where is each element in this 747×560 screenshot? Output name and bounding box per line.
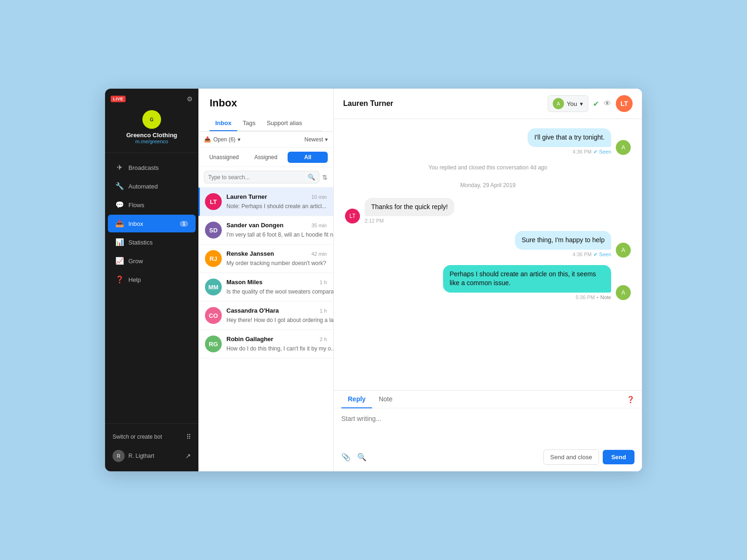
- tab-inbox[interactable]: Inbox: [210, 116, 237, 131]
- sort-icon[interactable]: ⇅: [322, 174, 328, 181]
- help-icon: ❓: [115, 275, 124, 284]
- conv-time: 35 min: [311, 223, 327, 228]
- send-button[interactable]: Send: [603, 450, 634, 464]
- sidebar-label-inbox: Inbox: [128, 220, 143, 227]
- sort-filter[interactable]: Newest ▾: [304, 136, 328, 143]
- sort-label: Newest: [304, 136, 323, 143]
- sidebar-item-automated[interactable]: 🔧 Automated: [108, 177, 196, 195]
- conv-name: Mason Miles: [226, 279, 262, 286]
- filter-bar: 📥 Open (6) ▾ Newest ▾: [198, 132, 333, 148]
- tab-support_alias[interactable]: Support alias: [261, 116, 308, 131]
- message-meta: 4:36 PM ✔ Seen: [572, 252, 611, 258]
- message-time: 4:36 PM: [572, 252, 592, 257]
- conversation-item[interactable]: MM Mason Miles 1 h Is the quality of the…: [198, 273, 333, 301]
- conversation-item[interactable]: CO Cassandra O'Hara 1 h Hey there! How d…: [198, 301, 333, 330]
- assign-tab-assigned[interactable]: Assigned: [246, 152, 286, 163]
- conv-preview: I'm very tall at 6 foot 8, will an L hoo…: [226, 231, 333, 238]
- message-bubble: Thanks for the quick reply!: [365, 198, 454, 217]
- message-meta: 5:36 PM • Note: [576, 294, 611, 300]
- status-filter[interactable]: 📥 Open (6) ▾: [204, 136, 240, 143]
- search-input[interactable]: [208, 174, 305, 181]
- tab-reply[interactable]: Reply: [341, 391, 372, 408]
- assign-tab-unassigned[interactable]: Unassigned: [204, 152, 244, 163]
- brand-avatar: G: [142, 110, 161, 129]
- reply-tab-group: Reply Note: [341, 391, 399, 408]
- reply-input[interactable]: [341, 415, 634, 437]
- filter-inbox-icon: 📥: [204, 136, 211, 143]
- logout-icon[interactable]: ↗: [185, 452, 191, 460]
- conv-top: Lauren Turner 10 min: [226, 193, 327, 200]
- switch-bot-button[interactable]: Switch or create bot ⠿: [111, 429, 193, 444]
- conv-top: Sander van Dongen 35 min: [226, 222, 327, 229]
- sidebar-item-inbox[interactable]: 📥 Inbox 1: [108, 215, 196, 232]
- message-row: I'll give that a try tonight. 4:36 PM ✔ …: [345, 128, 631, 155]
- flows-icon: 💬: [115, 201, 124, 209]
- send-close-button[interactable]: Send and close: [543, 449, 599, 465]
- check-icon[interactable]: ✔: [593, 99, 599, 108]
- search-input-wrap: 🔍: [204, 171, 319, 183]
- assign-tabs: UnassignedAssignedAll: [198, 148, 333, 167]
- conv-time: 2 h: [320, 336, 327, 342]
- sidebar-item-statistics[interactable]: 📊 Statistics: [108, 233, 196, 251]
- inbox-top-area: Inbox InboxTagsSupport alias: [198, 89, 333, 132]
- conv-avatar: SD: [205, 222, 222, 238]
- contact-avatar[interactable]: LT: [616, 95, 633, 112]
- sidebar-item-help[interactable]: ❓ Help: [108, 271, 196, 288]
- system-message: You replied and closed this conversation…: [345, 164, 631, 171]
- app-container: LIVE ⚙ G Greenco Clothing m.me/greenco ✈…: [105, 89, 642, 471]
- agent-selector[interactable]: A You ▾: [548, 95, 588, 112]
- message-bubble: Sure thing, I'm happy to help: [515, 231, 611, 250]
- live-badge: LIVE: [111, 96, 126, 102]
- sidebar-label-grow: Grow: [128, 258, 143, 265]
- assign-tab-all[interactable]: All: [288, 152, 328, 163]
- conversation-panel: Inbox InboxTagsSupport alias 📥 Open (6) …: [198, 89, 334, 471]
- message-row: Perhaps I should create an article on th…: [345, 265, 631, 300]
- reply-actions: 📎 🔍 Send and close Send: [334, 446, 642, 471]
- sidebar-label-automated: Automated: [128, 183, 158, 190]
- sidebar-item-broadcasts[interactable]: ✈ Broadcasts: [108, 159, 196, 176]
- conv-preview: Note: Perhaps I should create an articl.…: [226, 203, 326, 210]
- agent-chevron-icon: ▾: [580, 100, 583, 107]
- search-articles-icon[interactable]: 🔍: [357, 453, 366, 462]
- note-bubble: Perhaps I should create an article on th…: [443, 265, 611, 293]
- tab-note[interactable]: Note: [372, 391, 399, 408]
- conversation-item[interactable]: LT Lauren Turner 10 min Note: Perhaps I …: [198, 188, 333, 216]
- conv-time: 10 min: [311, 194, 327, 200]
- user-info: R R. Ligthart: [113, 450, 154, 462]
- tab-tags[interactable]: Tags: [237, 116, 261, 131]
- automated-icon: 🔧: [115, 182, 124, 190]
- incoming-avatar: LT: [345, 209, 360, 224]
- message-meta: 2:12 PM: [365, 218, 384, 224]
- inbox-panel: Inbox InboxTagsSupport alias 📥 Open (6) …: [198, 89, 642, 471]
- broadcasts-icon: ✈: [115, 163, 124, 172]
- grid-icon: ⠿: [186, 433, 191, 441]
- inbox-title: Inbox: [210, 97, 322, 109]
- reply-help-icon[interactable]: ❓: [627, 396, 634, 403]
- conv-time: 1 h: [320, 280, 327, 285]
- sidebar-brand: G Greenco Clothing m.me/greenco: [111, 107, 193, 147]
- conv-top: Renske Janssen 42 min: [226, 250, 327, 257]
- conversation-item[interactable]: RG Robin Gallagher 2 h How do I do this …: [198, 330, 333, 358]
- sidebar-item-grow[interactable]: 📈 Grow: [108, 252, 196, 270]
- conv-name: Renske Janssen: [226, 250, 274, 257]
- conv-top: Mason Miles 1 h: [226, 279, 327, 286]
- sidebar-label-broadcasts: Broadcasts: [128, 164, 159, 171]
- conv-name: Cassandra O'Hara: [226, 307, 279, 314]
- gear-icon[interactable]: ⚙: [187, 95, 193, 103]
- sidebar-footer: Switch or create bot ⠿ R R. Ligthart ↗: [105, 423, 198, 471]
- message-col: Thanks for the quick reply! 2:12 PM: [365, 198, 454, 224]
- message-row: Sure thing, I'm happy to help 4:36 PM ✔ …: [345, 231, 631, 258]
- conv-top: Cassandra O'Hara 1 h: [226, 307, 327, 314]
- reply-send-group: Send and close Send: [543, 449, 634, 465]
- conv-avatar: CO: [205, 307, 222, 324]
- conversation-item[interactable]: RJ Renske Janssen 42 min My order tracki…: [198, 245, 333, 273]
- conversation-item[interactable]: SD Sander van Dongen 35 min I'm very tal…: [198, 216, 333, 245]
- message-bubble: I'll give that a try tonight.: [528, 128, 611, 147]
- conv-time: 42 min: [311, 251, 327, 257]
- conv-content: Renske Janssen 42 min My order tracking …: [226, 250, 327, 267]
- outgoing-avatar: A: [616, 243, 631, 258]
- attachment-icon[interactable]: 📎: [341, 453, 351, 462]
- eye-icon[interactable]: 👁: [604, 99, 611, 108]
- message-col: Sure thing, I'm happy to help 4:36 PM ✔ …: [515, 231, 611, 258]
- sidebar-item-flows[interactable]: 💬 Flows: [108, 196, 196, 214]
